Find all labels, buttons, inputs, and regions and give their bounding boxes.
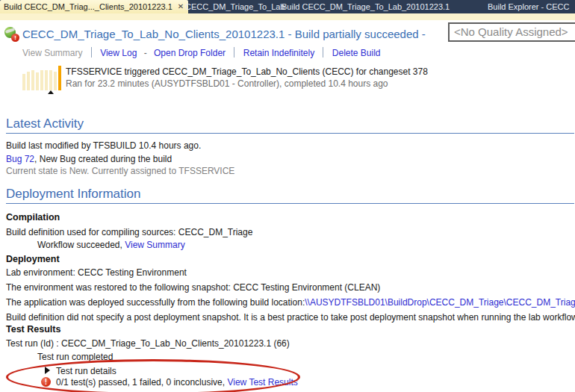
build-quality-dropdown[interactable]: <No Quality Assigned>: [448, 22, 575, 42]
workflow-line: Workflow succeeded, View Summary: [37, 240, 185, 250]
dash: -: [144, 48, 147, 58]
build-quality-value: <No Quality Assigned>: [454, 25, 568, 38]
tab-label: CECC_DM_Triage_To_Lab: [185, 2, 285, 11]
separator: [323, 47, 323, 57]
snapshot-restored-text: The environment was restored to the foll…: [6, 282, 380, 293]
lab-environment-text: Lab environment: CECC Testing Environmen…: [6, 267, 187, 278]
workflow-status-text: Workflow succeeded,: [37, 240, 122, 250]
separator: [234, 47, 234, 57]
tab-triage-to-lab[interactable]: CECC_DM_Triage_To_Lab: [185, 0, 285, 13]
deployment-information-heading: Deployment Information: [6, 187, 140, 202]
deployment-heading: Deployment: [6, 254, 60, 264]
close-icon[interactable]: ✕: [178, 0, 184, 13]
workflow-view-summary-link[interactable]: View Summary: [125, 240, 184, 250]
view-summary-action: View Summary: [22, 48, 82, 58]
retain-indefinitely-link[interactable]: Retain Indefinitely: [243, 48, 314, 58]
current-build-marker-icon: [48, 90, 54, 94]
section-rule: [6, 203, 574, 204]
build-duration-bars-icon: [22, 65, 61, 90]
bug-line: Bug 72, New Bug created during the build: [6, 154, 172, 164]
open-drop-folder-link[interactable]: Open Drop Folder: [154, 48, 226, 58]
tab-build-triage-to-lab[interactable]: Build CECC_DM_Triage_To_Lab_20101223.1: [282, 0, 450, 13]
tab-label: Build Explorer - CECC: [488, 2, 569, 11]
build-definition-text: Build definition used for compiling sour…: [6, 227, 252, 237]
document-tab-bar: Build CECC_DM_Triag..._Clients_20101223.…: [0, 0, 575, 13]
test-run-id-text: Test run (Id) : CECC_DM_Triage_To_Lab_No…: [6, 338, 290, 349]
tab-label: Build CECC_DM_Triag..._Clients_20101223.…: [4, 0, 172, 13]
test-results-heading: Test Results: [6, 324, 60, 335]
page-title: CECC_DM_Triage_To_Lab_No_Clients_2010122…: [22, 28, 426, 40]
build-summary-page: Build CECC_DM_Triag..._Clients_20101223.…: [0, 0, 575, 392]
view-log-link[interactable]: View Log: [100, 48, 137, 58]
deployed-line: The application was deployed successfull…: [6, 297, 575, 308]
deployed-prefix-text: The application was deployed successfull…: [6, 297, 305, 308]
annotation-oval: [6, 359, 300, 392]
build-duration-text: Ran for 23.2 minutes (AUSYDTFSBLD01 - Co…: [66, 78, 388, 89]
tab-build-explorer[interactable]: Build Explorer - CECC: [488, 0, 569, 13]
section-rule: [6, 133, 574, 134]
compilation-heading: Compilation: [6, 212, 60, 223]
separator: [91, 47, 92, 57]
tab-accent-strip: [0, 13, 575, 20]
build-location-link[interactable]: \\AUSYDTFSBLD01\BuildDrop\CECC_DM_Triage…: [305, 297, 575, 308]
last-modified-text: Build last modified by TFSBUILD 10.4 hou…: [6, 140, 201, 151]
bug-state-text: Current state is New. Currently assigned…: [6, 166, 234, 176]
bug-description: , New Bug created during the build: [34, 154, 172, 164]
delete-build-link[interactable]: Delete Build: [332, 48, 381, 58]
latest-activity-heading: Latest Activity: [6, 116, 84, 131]
build-partially-succeeded-icon: !: [4, 27, 19, 42]
tab-label: Build CECC_DM_Triage_To_Lab_20101223.1: [282, 2, 450, 11]
tab-build-no-clients[interactable]: Build CECC_DM_Triag..._Clients_20101223.…: [0, 0, 188, 13]
bug-72-link[interactable]: Bug 72: [6, 154, 34, 164]
build-actions-toolbar: View Summary View Log - Open Drop Folder…: [22, 47, 381, 58]
post-snapshot-text: Build definition did not specify a post …: [6, 312, 575, 323]
build-trigger-text: TFSSERVICE triggered CECC_DM_Triage_To_L…: [66, 66, 428, 77]
